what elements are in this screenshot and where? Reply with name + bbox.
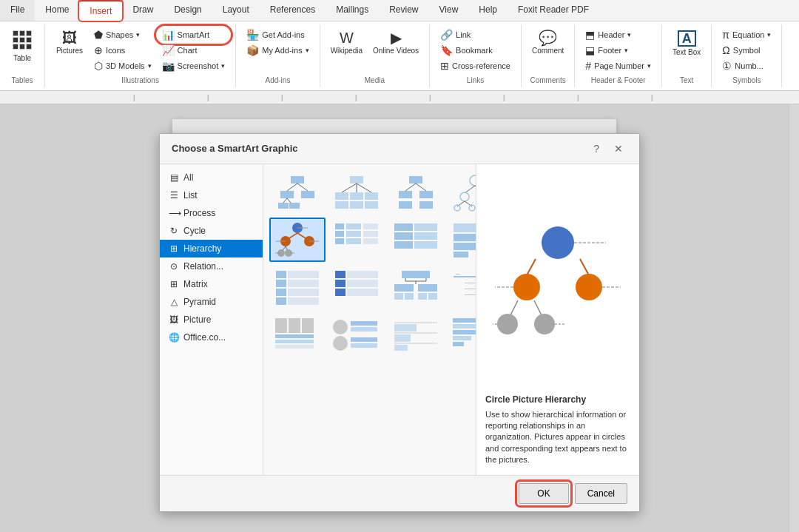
myaddins-button[interactable]: 📦 My Add-ins ▾ <box>242 43 313 58</box>
smartart-item-1[interactable] <box>269 170 326 215</box>
onlinevideos-button[interactable]: ▶ Online Videos <box>368 27 423 58</box>
smartart-item-9[interactable] <box>269 265 326 309</box>
smartart-item-12[interactable]: — ————— ————— ————— <box>447 265 476 309</box>
smartart-item-2[interactable] <box>328 170 385 215</box>
tab-review[interactable]: Review <box>379 0 428 21</box>
svg-line-27 <box>465 186 475 193</box>
screenshot-arrow: ▾ <box>221 62 225 70</box>
svg-point-29 <box>460 192 469 201</box>
smartart-item-4[interactable] <box>447 170 476 215</box>
screenshot-button[interactable]: 📷 Screenshot ▾ <box>158 58 230 73</box>
textbox-button[interactable]: A Text Box <box>668 27 705 59</box>
svg-text:—————: ————— <box>465 292 476 297</box>
bookmark-button[interactable]: 🔖 Bookmark <box>436 43 515 58</box>
link-button[interactable]: 🔗 Link <box>436 27 515 42</box>
dialog-help-button[interactable]: ? <box>589 141 604 156</box>
tab-file[interactable]: File <box>0 0 35 21</box>
svg-rect-58 <box>394 223 413 231</box>
smartart-item-5[interactable] <box>269 218 326 262</box>
equation-button[interactable]: π Equation ▾ <box>718 27 775 42</box>
wikipedia-button[interactable]: W Wikipedia <box>326 27 367 58</box>
text-group-label: Text <box>680 76 693 84</box>
smartart-item-13[interactable] <box>269 312 326 357</box>
3dmodels-button[interactable]: ⬡ 3D Models ▾ <box>90 58 156 73</box>
smartart-item-8[interactable] <box>447 218 476 262</box>
dialog-body: ▤ All ☰ List ⟶ Process ↻ Cycle <box>160 164 639 475</box>
crossref-icon: ⊞ <box>440 60 449 72</box>
comment-button[interactable]: 💬 Comment <box>527 27 568 58</box>
cat-relationship[interactable]: ⊙ Relation... <box>160 257 263 275</box>
svg-rect-7 <box>278 203 289 209</box>
icons-button[interactable]: ⊕ Icons <box>90 43 156 58</box>
number-button[interactable]: ① Numb... <box>718 58 775 73</box>
svg-line-5 <box>283 198 287 203</box>
smartart-item-10[interactable] <box>328 265 385 309</box>
tab-design[interactable]: Design <box>163 0 212 21</box>
svg-rect-71 <box>288 280 319 287</box>
svg-line-2 <box>297 183 308 191</box>
smartart-item-6[interactable] <box>328 218 385 262</box>
tab-references[interactable]: References <box>260 0 326 21</box>
tab-draw[interactable]: Draw <box>122 0 163 21</box>
svg-rect-25 <box>419 201 433 209</box>
smartart-item-7[interactable] <box>388 218 444 262</box>
shapes-label: Shapes <box>106 30 133 39</box>
cat-list[interactable]: ☰ List <box>160 186 263 204</box>
svg-rect-109 <box>351 343 377 348</box>
cat-all[interactable]: ▤ All <box>160 169 263 186</box>
svg-rect-57 <box>363 238 378 244</box>
cat-cycle[interactable]: ↻ Cycle <box>160 222 263 240</box>
smartart-item-11[interactable] <box>388 265 444 309</box>
wikipedia-icon: W <box>340 30 354 45</box>
cat-hierarchy[interactable]: ⊞ Hierarchy <box>160 240 263 257</box>
ribbon-content: Table Tables 🖼 Pictures ⬟ Shapes ▾ <box>0 21 799 90</box>
getaddins-button[interactable]: 🏪 Get Add-ins <box>242 27 313 42</box>
symbols-group-label: Symbols <box>732 76 761 84</box>
tab-layout[interactable]: Layout <box>212 0 260 21</box>
tab-help[interactable]: Help <box>468 0 508 21</box>
svg-point-34 <box>469 205 475 211</box>
crossref-button[interactable]: ⊞ Cross-reference <box>436 58 515 73</box>
tab-insert[interactable]: Insert <box>79 0 122 21</box>
symbol-button[interactable]: Ω Symbol <box>718 43 775 58</box>
dialog-footer: OK Cancel <box>160 475 639 511</box>
pictures-button[interactable]: 🖼 Pictures <box>51 27 88 58</box>
smartart-item-3[interactable] <box>388 170 444 215</box>
icons-icon: ⊕ <box>94 44 103 56</box>
svg-line-130 <box>534 300 542 315</box>
addins-col: 🏪 Get Add-ins 📦 My Add-ins ▾ <box>242 27 313 58</box>
pagenumber-button[interactable]: # Page Number ▾ <box>581 58 655 73</box>
icons-label: Icons <box>106 46 125 55</box>
ok-button[interactable]: OK <box>519 483 568 504</box>
shapes-button[interactable]: ⬟ Shapes ▾ <box>90 27 156 42</box>
cat-picture[interactable]: 🖼 Picture <box>160 311 263 329</box>
tab-foxit[interactable]: Foxit Reader PDF <box>508 0 599 21</box>
svg-point-107 <box>333 336 348 351</box>
dialog-close-button[interactable]: ✕ <box>610 141 627 156</box>
smartart-button[interactable]: 📊 SmartArt <box>158 27 230 42</box>
cat-pyramid[interactable]: △ Pyramid <box>160 293 263 311</box>
smartart-grid-area: — ————— ————— ————— <box>263 164 476 475</box>
cat-process[interactable]: ⟶ Process <box>160 204 263 222</box>
smartart-item-14[interactable] <box>328 312 385 357</box>
svg-rect-98 <box>275 318 287 333</box>
cat-matrix[interactable]: ⊞ Matrix <box>160 275 263 293</box>
cancel-button[interactable]: Cancel <box>575 483 627 504</box>
cat-hierarchy-icon: ⊞ <box>169 243 179 254</box>
smartart-item-16[interactable] <box>447 312 476 357</box>
table-button[interactable]: Table <box>6 27 38 65</box>
tab-view[interactable]: View <box>429 0 469 21</box>
chart-button[interactable]: 📈 Chart <box>158 43 230 58</box>
cat-office[interactable]: 🌐 Office.co... <box>160 329 263 346</box>
tab-home[interactable]: Home <box>35 0 79 21</box>
tables-group-label: Tables <box>12 76 33 84</box>
textbox-label: Text Box <box>672 48 701 56</box>
footer-button[interactable]: ⬓ Footer ▾ <box>581 43 655 58</box>
tab-mailings[interactable]: Mailings <box>326 0 379 21</box>
header-button[interactable]: ⬒ Header ▾ <box>581 27 655 42</box>
thumb-svg-16 <box>450 315 476 354</box>
smartart-item-15[interactable] <box>388 312 444 357</box>
shapes-icon: ⬟ <box>94 29 103 41</box>
svg-rect-119 <box>453 336 471 340</box>
svg-rect-116 <box>453 318 476 323</box>
